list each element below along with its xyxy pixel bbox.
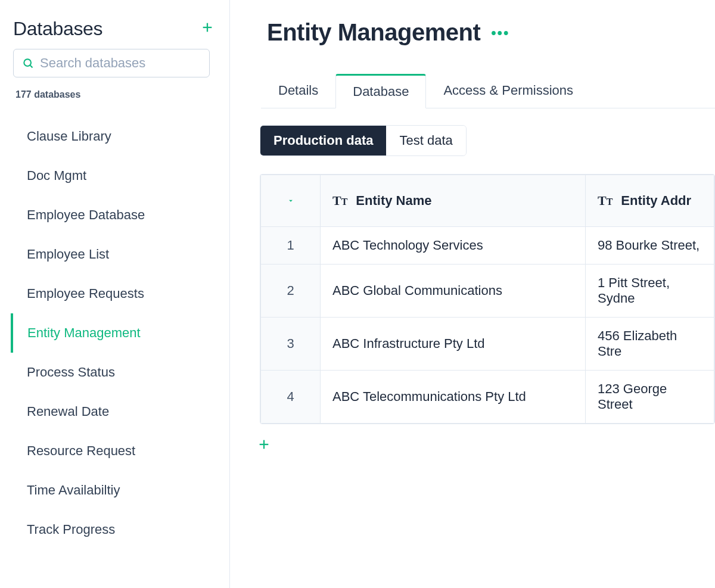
tab-details[interactable]: Details [261, 74, 335, 108]
row-menu-header[interactable] [261, 175, 321, 227]
cell-entity-address[interactable]: 98 Bourke Street, [586, 227, 714, 265]
svg-line-3 [30, 66, 33, 68]
page-header: Entity Management ••• [230, 19, 715, 46]
add-database-icon[interactable] [198, 17, 216, 41]
sidebar-title: Databases [13, 18, 102, 40]
row-number: 4 [261, 371, 321, 424]
caret-down-icon [287, 197, 295, 205]
row-number: 2 [261, 265, 321, 318]
sidebar-header: Databases [13, 17, 216, 41]
table-row[interactable]: 1 ABC Technology Services 98 Bourke Stre… [261, 227, 714, 265]
main-content: Entity Management ••• Details Database A… [230, 0, 715, 588]
column-label: Entity Addr [621, 193, 691, 209]
row-number: 1 [261, 227, 321, 265]
tab-access-permissions[interactable]: Access & Permissions [426, 74, 590, 108]
cell-entity-name[interactable]: ABC Global Communications [321, 265, 586, 318]
sidebar-item-employee-requests[interactable]: Employee Requests [11, 274, 216, 313]
cell-entity-address[interactable]: 456 Elizabeth Stre [586, 318, 714, 371]
table-header-row: TT Entity Name TT Entity Addr [261, 175, 714, 227]
cell-entity-name[interactable]: ABC Technology Services [321, 227, 586, 265]
production-data-button[interactable]: Production data [260, 126, 386, 155]
sidebar-item-process-status[interactable]: Process Status [11, 353, 216, 392]
search-icon [22, 57, 34, 69]
tab-database[interactable]: Database [335, 74, 426, 108]
table-row[interactable]: 2 ABC Global Communications 1 Pitt Stree… [261, 265, 714, 318]
sidebar: Databases 177 databases Clause Library D… [0, 0, 230, 588]
sidebar-list: Clause Library Doc Mgmt Employee Databas… [13, 117, 216, 549]
table-row[interactable]: 3 ABC Infrastructure Pty Ltd 456 Elizabe… [261, 318, 714, 371]
cell-entity-name[interactable]: ABC Infrastructure Pty Ltd [321, 318, 586, 371]
data-table: TT Entity Name TT Entity Addr 1 AB [260, 174, 715, 424]
test-data-button[interactable]: Test data [386, 126, 465, 155]
more-options-icon[interactable]: ••• [491, 24, 509, 41]
sidebar-item-track-progress[interactable]: Track Progress [11, 510, 216, 549]
sidebar-item-time-availability[interactable]: Time Availabiltiy [11, 471, 216, 510]
column-header-entity-address[interactable]: TT Entity Addr [586, 175, 714, 227]
column-label: Entity Name [356, 193, 431, 209]
column-header-entity-name[interactable]: TT Entity Name [321, 175, 586, 227]
cell-entity-address[interactable]: 1 Pitt Street, Sydne [586, 265, 714, 318]
sidebar-item-employee-database[interactable]: Employee Database [11, 195, 216, 235]
sidebar-item-resource-request[interactable]: Resource Request [11, 431, 216, 471]
sidebar-item-doc-mgmt[interactable]: Doc Mgmt [11, 156, 216, 195]
sidebar-item-clause-library[interactable]: Clause Library [11, 117, 216, 156]
plus-icon [257, 438, 271, 451]
search-input[interactable] [40, 55, 204, 71]
table-row[interactable]: 4 ABC Telecommunications Pty Ltd 123 Geo… [261, 371, 714, 424]
tabs: Details Database Access & Permissions [261, 73, 715, 108]
search-box[interactable] [13, 49, 210, 77]
sidebar-item-entity-management[interactable]: Entity Management [11, 313, 216, 353]
page-title: Entity Management [267, 19, 480, 46]
cell-entity-address[interactable]: 123 George Street [586, 371, 714, 424]
cell-entity-name[interactable]: ABC Telecommunications Pty Ltd [321, 371, 586, 424]
row-number: 3 [261, 318, 321, 371]
text-type-icon: TT [598, 193, 613, 209]
add-row-button[interactable] [230, 424, 271, 455]
svg-point-2 [24, 59, 31, 66]
sidebar-item-renewal-date[interactable]: Renewal Date [11, 392, 216, 431]
data-mode-toggle: Production data Test data [260, 125, 467, 156]
database-count: 177 databases [13, 89, 216, 100]
sidebar-item-employee-list[interactable]: Employee List [11, 235, 216, 274]
text-type-icon: TT [332, 193, 347, 209]
